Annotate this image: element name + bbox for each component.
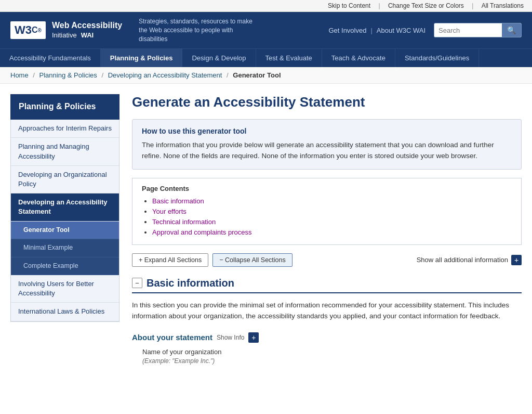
search-box: 🔍 [434,23,522,37]
text-size-link[interactable]: Change Text Size or Colors [388,2,464,9]
show-additional-button[interactable]: + [511,255,522,265]
nav-link-planning[interactable]: Planning & Policies [101,49,183,67]
info-box: How to use this generator tool The infor… [132,119,522,170]
basic-section-title: Basic information [147,277,234,289]
nav-item-teach: Teach & Advocate [322,49,395,67]
utility-bar: Skip to Content | Change Text Size or Co… [0,0,532,12]
get-involved-link[interactable]: Get Involved [328,27,366,34]
nav-item-standards: Standards/Guidelines [395,49,479,67]
sidebar-nav-list: Approaches for Interim Repairs Planning … [11,120,119,321]
main-layout: Planning & Policies Approaches for Inter… [0,84,532,385]
sidebar-item-international: International Laws & Policies [11,303,119,321]
sidebar-item-interim: Approaches for Interim Repairs [11,120,119,138]
breadcrumb-home[interactable]: Home [10,71,29,79]
wai-label: WAI [81,31,94,40]
main-nav: Accessibility Fundamentals Planning & Po… [0,48,532,67]
about-statement-subsection: About your statement Show Info + Name of… [132,332,522,365]
nav-item-planning: Planning & Policies [101,49,183,67]
initiative-label: Initiative [52,31,77,40]
basic-information-section: − Basic information In this section you … [132,277,522,365]
page-title: Generate an Accessibility Statement [132,94,522,110]
wai-line1: Web Accessibility [52,20,122,31]
toc-link-approval[interactable]: Approval and complaints process [152,228,252,236]
show-additional-label: Show all additional information [417,256,508,264]
toc-item-basic: Basic information [152,197,512,205]
sidebar-link-involving-users[interactable]: Involving Users for Better Accessibility [11,275,119,303]
header-right: Get Involved | About W3C WAI 🔍 [328,23,522,37]
section-controls: + Expand All Sections − Collapse All Sec… [132,253,522,267]
sidebar-sub-link-minimal[interactable]: Minimal Example [11,239,119,257]
about-statement-plus-button[interactable]: + [248,332,259,343]
sidebar: Planning & Policies Approaches for Inter… [10,94,119,375]
show-additional-area: Show all additional information + [417,255,522,265]
w3c-logo: W3C® [10,21,46,39]
toc-link-efforts[interactable]: Your efforts [152,208,187,215]
nav-link-test[interactable]: Test & Evaluate [256,49,322,67]
info-box-title: How to use this generator tool [142,127,512,135]
header-links: Get Involved | About W3C WAI [328,27,425,34]
about-statement-title: About your statement [132,333,212,342]
nav-item-design: Design & Develop [182,49,256,67]
logo-area: W3C® Web Accessibility Initiative WAI St… [10,17,253,43]
breadcrumb: Home / Planning & Policies / Developing … [0,67,532,84]
nav-item-fundamentals: Accessibility Fundamentals [0,49,101,67]
show-info-button[interactable]: Show Info [217,334,244,341]
section-header-basic: − Basic information [132,277,522,293]
header-tagline: Strategies, standards, resources to make… [139,17,253,43]
skip-to-content-link[interactable]: Skip to Content [328,2,370,9]
sidebar-sub-item-generator: Generator Tool [11,222,119,240]
main-nav-list: Accessibility Fundamentals Planning & Po… [0,49,532,67]
sidebar-link-accessibility-statement[interactable]: Developing an Accessibility Statement [11,193,119,221]
sidebar-link-international[interactable]: International Laws & Policies [11,303,119,321]
sidebar-link-org-policy[interactable]: Developing an Organizational Policy [11,166,119,193]
toc-link-technical[interactable]: Technical information [152,218,216,226]
org-name-field: Name of your organization (Example: "Exa… [132,348,522,365]
nav-item-test: Test & Evaluate [256,49,322,67]
sidebar-sub-link-complete[interactable]: Complete Example [11,257,119,276]
sidebar-link-planning[interactable]: Planning and Managing Accessibility [11,138,119,165]
subsection-header-about: About your statement Show Info + [132,332,522,343]
basic-section-description: In this section you can provide the mini… [132,300,522,322]
sidebar-item-involving-users: Involving Users for Better Accessibility [11,275,119,303]
sidebar-item-org-policy: Developing an Organizational Policy [11,166,119,193]
section-controls-left: + Expand All Sections − Collapse All Sec… [132,253,292,267]
nav-link-fundamentals[interactable]: Accessibility Fundamentals [0,49,101,67]
about-w3c-wai-link[interactable]: About W3C WAI [377,27,425,34]
page-contents-list: Basic information Your efforts Technical… [142,197,512,236]
org-name-example: (Example: "Example Inc.") [142,357,522,365]
all-translations-link[interactable]: All Translations [482,2,524,9]
collapse-all-button[interactable]: − Collapse All Sections [212,253,292,267]
site-header: W3C® Web Accessibility Initiative WAI St… [0,12,532,48]
toc-item-approval: Approval and complaints process [152,228,512,236]
search-button[interactable]: 🔍 [502,23,521,37]
org-name-label: Name of your organization [142,348,522,356]
nav-link-standards[interactable]: Standards/Guidelines [395,49,479,67]
sidebar-sub-link-generator[interactable]: Generator Tool [11,222,119,240]
main-content: Generate an Accessibility Statement How … [132,94,522,375]
info-box-body: The information that you provide below w… [142,139,512,162]
sidebar-item-accessibility-statement: Developing an Accessibility Statement Ge… [11,193,119,275]
toc-item-efforts: Your efforts [152,207,512,215]
breadcrumb-planning[interactable]: Planning & Policies [39,71,97,79]
breadcrumb-accessibility-statement[interactable]: Developing an Accessibility Statement [108,71,222,79]
sidebar-nav: Approaches for Interim Repairs Planning … [10,120,119,321]
sidebar-link-interim[interactable]: Approaches for Interim Repairs [11,120,119,138]
sidebar-sub-item-complete: Complete Example [11,257,119,276]
nav-link-teach[interactable]: Teach & Advocate [322,49,395,67]
sidebar-sub-item-minimal: Minimal Example [11,239,119,257]
basic-section-toggle[interactable]: − [132,278,142,288]
sidebar-item-planning: Planning and Managing Accessibility [11,138,119,165]
nav-link-design[interactable]: Design & Develop [182,49,256,67]
sidebar-sub-list: Generator Tool Minimal Example Complete … [11,222,119,276]
page-contents-title: Page Contents [142,185,512,192]
toc-item-technical: Technical information [152,217,512,226]
toc-link-basic[interactable]: Basic information [152,197,204,205]
breadcrumb-current: Generator Tool [233,71,281,79]
wai-title: Web Accessibility Initiative WAI [52,20,122,40]
search-input[interactable] [434,24,502,37]
expand-all-button[interactable]: + Expand All Sections [132,253,208,267]
wai-line2: Initiative WAI [52,31,122,40]
page-contents-box: Page Contents Basic information Your eff… [132,178,522,245]
sidebar-title: Planning & Policies [10,94,119,120]
